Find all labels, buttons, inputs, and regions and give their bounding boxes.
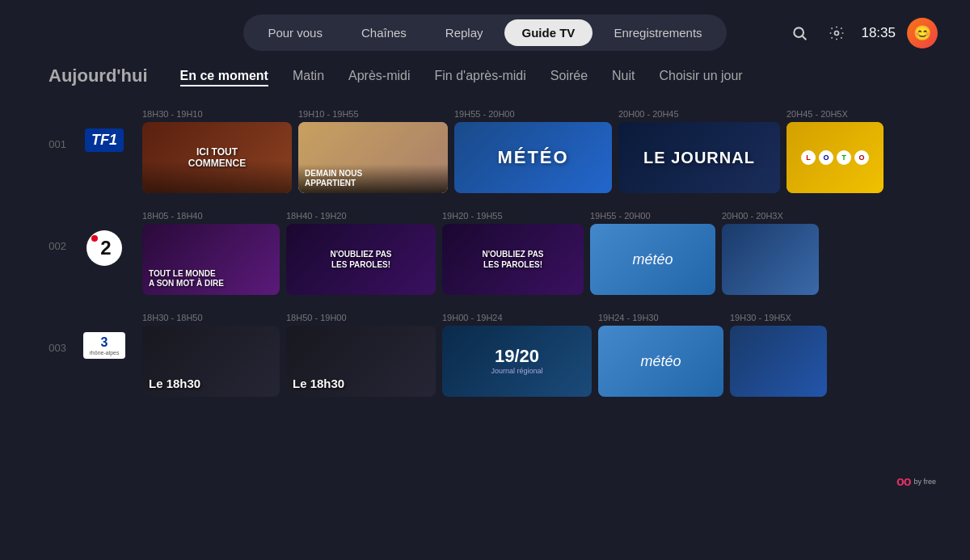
tf1-time-2: 19H55 - 20H00 — [454, 109, 612, 119]
nav-right-controls: 18:35 😊 — [787, 18, 938, 48]
user-avatar[interactable]: 😊 — [907, 18, 938, 48]
settings-icon[interactable] — [824, 20, 850, 46]
channel-row-tf1: 001 TF1 18H30 - 19H10 19H10 - 19H55 19H5… — [32, 109, 938, 193]
nav-menu: Pour vous Chaînes Replay Guide TV Enregi… — [243, 15, 726, 51]
program-card-meteo-f3[interactable]: météo — [598, 326, 723, 397]
tf1-brand: TF1 — [85, 128, 124, 152]
program-card-1920[interactable]: 19/20 Journal régional — [442, 326, 592, 397]
filter-soiree[interactable]: Soirée — [550, 65, 588, 86]
channel-programs-tf1: 18H30 - 19H10 19H10 - 19H55 19H55 - 20H0… — [142, 109, 938, 193]
nav-pour-vous[interactable]: Pour vous — [250, 19, 340, 46]
svg-point-0 — [795, 27, 804, 37]
program-card-ici-tout[interactable]: ICI TOUTCOMMENCE — [142, 122, 292, 193]
top-navigation: Pour vous Chaînes Replay Guide TV Enregi… — [0, 0, 970, 65]
f2-time-0: 18H05 - 18H40 — [142, 211, 280, 221]
nav-chaines[interactable]: Chaînes — [344, 19, 424, 46]
f3-time-row: 18H30 - 18H50 18H50 - 19H00 19H00 - 19H2… — [142, 313, 938, 322]
channel-number-003: 003 — [32, 313, 66, 354]
nav-enregistrements[interactable]: Enregistrements — [596, 19, 719, 46]
f2-time-1: 18H40 - 19H20 — [286, 211, 436, 221]
oqee-brand-text: oo — [896, 474, 911, 489]
f3-time-1: 18H50 - 19H00 — [286, 313, 436, 322]
nav-guide-tv[interactable]: Guide TV — [504, 19, 593, 46]
filter-en-ce-moment[interactable]: En ce moment — [180, 65, 268, 86]
program-card-noubliez-1[interactable]: N'OUBLIEZ PASLES PAROLES! — [286, 224, 436, 295]
f2-brand: 2 — [86, 230, 122, 266]
filter-choisir-jour[interactable]: Choisir un jour — [660, 65, 743, 86]
program-card-demain[interactable]: DEMAIN NOUSAPPARTIENT — [298, 122, 448, 193]
oqee-by-free: by free — [913, 478, 936, 486]
program-card-f3-last[interactable] — [730, 326, 827, 397]
program-card-f2-news[interactable] — [722, 224, 819, 295]
channel-logo-f2[interactable]: 2 — [76, 211, 133, 266]
tf1-time-row: 18H30 - 19H10 19H10 - 19H55 19H55 - 20H0… — [142, 109, 938, 119]
f3-time-0: 18H30 - 18H50 — [142, 313, 280, 322]
f3-time-4: 19H30 - 19H5X — [730, 313, 827, 322]
nav-replay[interactable]: Replay — [428, 19, 501, 46]
program-card-noubliez-2[interactable]: N'OUBLIEZ PASLES PAROLES! — [442, 224, 584, 295]
f2-time-row: 18H05 - 18H40 18H40 - 19H20 19H20 - 19H5… — [142, 211, 938, 221]
channel-number-002: 002 — [32, 211, 66, 252]
filter-bar: Aujourd'hui En ce moment Matin Après-mid… — [0, 65, 970, 86]
f2-time-4: 20H00 - 20H3X — [722, 211, 819, 221]
channels-container: 001 TF1 18H30 - 19H10 19H10 - 19H55 19H5… — [0, 109, 970, 397]
channel-programs-f3: 18H30 - 18H50 18H50 - 19H00 19H00 - 19H2… — [142, 313, 938, 397]
f3-time-2: 19H00 - 19H24 — [442, 313, 592, 322]
f2-programs-row: TOUT LE MONDEA SON MOT À DIRE N'OUBLIEZ … — [142, 224, 938, 295]
program-card-le-journal[interactable]: LE JOURNAL — [618, 122, 780, 193]
tf1-time-4: 20H45 - 20H5X — [787, 109, 884, 119]
tf1-time-1: 19H10 - 19H55 — [298, 109, 448, 119]
program-card-meteo-f2[interactable]: météo — [590, 224, 715, 295]
program-card-meteo-tf1[interactable]: MÉTÉO — [454, 122, 612, 193]
svg-point-2 — [835, 31, 839, 35]
program-card-18h30-1[interactable]: Le 18h30 — [142, 326, 280, 397]
program-card-18h30-2[interactable]: Le 18h30 — [286, 326, 436, 397]
f2-time-2: 19H20 - 19H55 — [442, 211, 584, 221]
f2-time-3: 19H55 - 20H00 — [590, 211, 715, 221]
today-label: Aujourd'hui — [48, 65, 148, 86]
oqee-logo: oo by free — [896, 474, 936, 489]
f3-time-3: 19H24 - 19H30 — [598, 313, 723, 322]
filter-fin-apres-midi[interactable]: Fin d'après-midi — [435, 65, 526, 86]
tf1-time-0: 18H30 - 19H10 — [142, 109, 292, 119]
channel-programs-f2: 18H05 - 18H40 18H40 - 19H20 19H20 - 19H5… — [142, 211, 938, 295]
search-icon[interactable] — [787, 20, 812, 46]
channel-row-f2: 002 2 18H05 - 18H40 18H40 - 19H20 19H20 … — [32, 211, 938, 295]
channel-row-f3: 003 3 rhône-alpes 18H30 - 18H50 18H50 - … — [32, 313, 938, 397]
channel-logo-f3[interactable]: 3 rhône-alpes — [76, 313, 133, 359]
f3-programs-row: Le 18h30 Le 18h30 19/2 — [142, 326, 938, 397]
filter-apres-midi[interactable]: Après-midi — [348, 65, 410, 86]
filter-nuit[interactable]: Nuit — [612, 65, 635, 86]
f3-brand: 3 rhône-alpes — [83, 332, 126, 359]
tf1-programs-row: ICI TOUTCOMMENCE DEMAIN NOUSAPPARTIENT — [142, 122, 938, 193]
channel-number-001: 001 — [32, 109, 66, 150]
program-card-tout-le-monde[interactable]: TOUT LE MONDEA SON MOT À DIRE — [142, 224, 280, 295]
current-time: 18:35 — [861, 25, 896, 41]
tf1-time-3: 20H00 - 20H45 — [618, 109, 780, 119]
filter-matin[interactable]: Matin — [293, 65, 324, 86]
program-card-loto[interactable]: L O T O — [787, 122, 884, 193]
svg-line-1 — [803, 36, 807, 40]
channel-logo-tf1[interactable]: TF1 — [76, 109, 133, 152]
